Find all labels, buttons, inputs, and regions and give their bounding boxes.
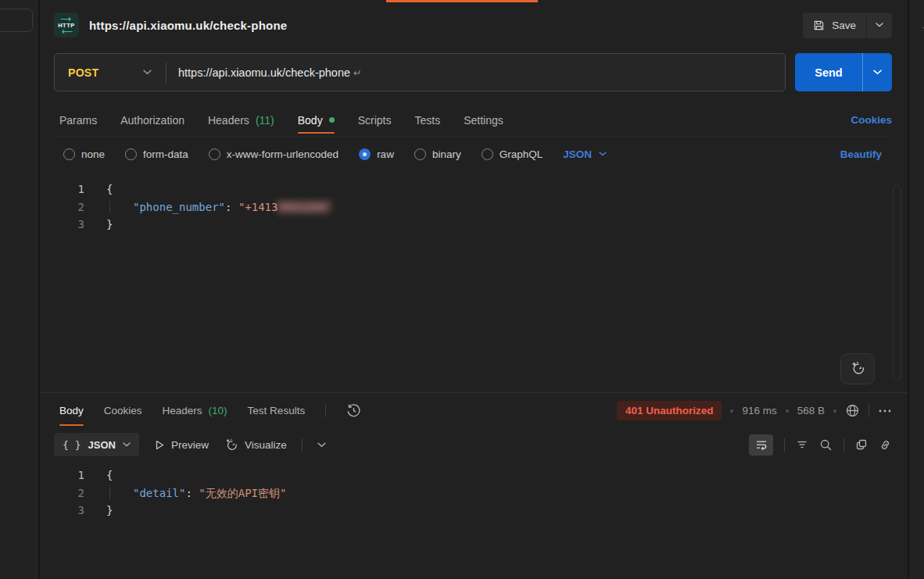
tab-headers[interactable]: Headers(11) xyxy=(208,104,274,136)
save-button-label: Save xyxy=(832,20,856,31)
url-input[interactable]: https://api.xiaomu.uk/check-phone↵ xyxy=(167,66,785,79)
response-tab-test-results[interactable]: Test Results xyxy=(248,393,306,428)
json-value: "+1413 xyxy=(238,201,278,213)
divider xyxy=(784,438,785,452)
cookies-link[interactable]: Cookies xyxy=(851,114,892,126)
response-size: 568 B xyxy=(797,405,825,416)
copy-response-button[interactable] xyxy=(855,438,868,451)
tab-authorization[interactable]: Authorization xyxy=(120,104,184,136)
body-language-label: JSON xyxy=(563,148,592,160)
chevron-down-icon xyxy=(873,70,882,75)
body-modified-dot xyxy=(329,117,335,123)
more-options-icon xyxy=(878,409,892,413)
status-badge: 401 Unauthorized xyxy=(617,401,722,420)
response-format-label: JSON xyxy=(88,439,115,451)
mode-x-www-form-urlencoded[interactable]: x-www-form-urlencoded xyxy=(209,148,338,160)
chevron-down-icon xyxy=(143,70,152,75)
postbot-icon xyxy=(849,360,866,377)
filter-button[interactable] xyxy=(796,438,808,451)
play-icon xyxy=(154,439,165,451)
response-more-options-button[interactable] xyxy=(878,409,892,413)
divider xyxy=(868,404,869,417)
wrap-text-button[interactable] xyxy=(749,434,773,456)
radio-icon xyxy=(414,148,426,160)
body-language-selector[interactable]: JSON xyxy=(563,148,607,160)
link-icon xyxy=(879,438,892,452)
headers-count: (11) xyxy=(256,114,274,127)
globe-icon xyxy=(845,403,860,418)
history-icon xyxy=(346,403,361,418)
mode-none[interactable]: none xyxy=(63,148,105,160)
mode-graphql[interactable]: GraphQL xyxy=(482,148,543,160)
response-history-button[interactable] xyxy=(346,403,361,418)
request-header: HTTP https://api.xiaomu.uk/check-phone S… xyxy=(54,6,892,44)
line-number: 2 xyxy=(54,484,84,502)
braces-icon: { } xyxy=(63,439,81,451)
tab-body[interactable]: Body xyxy=(298,104,335,136)
send-options-button[interactable] xyxy=(863,53,892,91)
tab-tests[interactable]: Tests xyxy=(414,104,440,136)
chevron-down-icon xyxy=(599,152,607,156)
url-row: POST https://api.xiaomu.uk/check-phone↵ … xyxy=(54,53,892,91)
json-value: "无效的API密钥" xyxy=(199,487,286,499)
chevron-down-icon xyxy=(123,442,131,447)
send-button[interactable]: Send xyxy=(795,53,862,91)
divider xyxy=(302,438,303,452)
line-number: 1 xyxy=(54,180,84,198)
response-headers-count: (10) xyxy=(209,405,227,416)
mode-binary[interactable]: binary xyxy=(414,148,461,160)
indent-guide xyxy=(109,487,110,500)
tab-params[interactable]: Params xyxy=(59,104,97,136)
mode-raw[interactable]: raw xyxy=(359,148,394,160)
collapsed-sidebar-tab[interactable] xyxy=(0,9,33,32)
filter-icon xyxy=(796,438,808,451)
response-body-editor[interactable]: 1 { 2 "detail": "无效的API密钥" 3 } xyxy=(54,466,892,520)
copy-icon xyxy=(855,438,868,451)
preview-button[interactable]: Preview xyxy=(154,439,209,451)
response-tab-body[interactable]: Body xyxy=(59,393,84,428)
beautify-link[interactable]: Beautify xyxy=(840,148,882,160)
save-options-button[interactable] xyxy=(867,13,892,38)
dot-separator xyxy=(786,409,789,413)
request-panel: HTTP https://api.xiaomu.uk/check-phone S… xyxy=(40,0,908,579)
editor-scrollbar[interactable] xyxy=(893,185,901,381)
json-key: "phone_number" xyxy=(133,201,225,213)
code-line: 2 "phone_number": "+14135551234" xyxy=(54,198,892,216)
chevron-down-icon xyxy=(876,23,883,27)
tab-settings[interactable]: Settings xyxy=(464,104,503,136)
http-badge-label: HTTP xyxy=(58,22,75,29)
save-button-group: Save xyxy=(803,13,892,38)
request-tabs: Params Authorization Headers(11) Body Sc… xyxy=(54,104,892,137)
mode-form-data[interactable]: form-data xyxy=(125,148,188,160)
tab-scripts[interactable]: Scripts xyxy=(358,104,392,136)
response-tab-cookies[interactable]: Cookies xyxy=(104,393,142,428)
app-window: HTTP https://api.xiaomu.uk/check-phone S… xyxy=(0,0,924,579)
code-line: 3 } xyxy=(54,502,892,520)
method-selector[interactable]: POST xyxy=(55,66,166,79)
radio-selected-icon xyxy=(359,148,371,160)
divider xyxy=(325,404,326,417)
right-sidebar-rail: ◂ xyxy=(908,0,924,579)
code-line: 1 { xyxy=(54,180,892,198)
code-line: 2 "detail": "无效的API密钥" xyxy=(54,484,892,502)
network-info-button[interactable] xyxy=(845,403,860,418)
dot-separator xyxy=(833,409,836,413)
indent-guide xyxy=(109,201,110,214)
json-key: "detail" xyxy=(133,487,185,499)
radio-icon xyxy=(63,148,75,160)
return-key-icon: ↵ xyxy=(353,67,362,79)
response-format-selector[interactable]: { } JSON xyxy=(54,433,139,456)
divider xyxy=(843,438,844,452)
visualize-icon xyxy=(224,438,238,452)
search-button[interactable] xyxy=(819,438,833,452)
save-button[interactable]: Save xyxy=(803,13,866,38)
toolbar-expand-button[interactable] xyxy=(317,442,326,448)
share-link-button[interactable] xyxy=(879,438,892,452)
postbot-button[interactable] xyxy=(840,353,875,384)
radio-icon xyxy=(482,148,493,160)
chevron-down-icon xyxy=(317,442,326,448)
response-toolbar: { } JSON Preview Visualize xyxy=(54,430,892,459)
visualize-button[interactable]: Visualize xyxy=(224,438,287,452)
response-tab-headers[interactable]: Headers(10) xyxy=(163,393,227,428)
request-body-editor[interactable]: 1 { 2 "phone_number": "+14135551234" 3 } xyxy=(54,180,892,392)
